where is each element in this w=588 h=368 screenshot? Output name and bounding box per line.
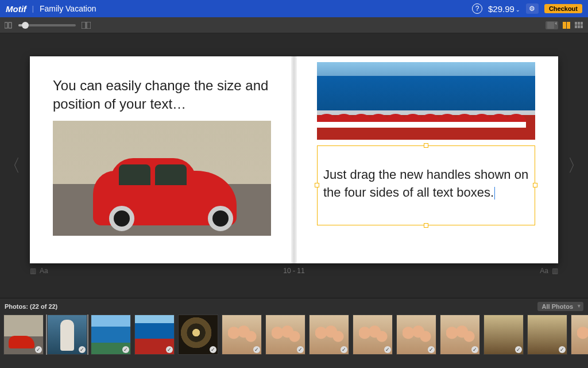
thumbnail[interactable]: ✓ [353, 315, 393, 355]
svg-rect-3 [87, 22, 91, 29]
view-spread-button[interactable] [562, 21, 571, 29]
used-check-icon: ✓ [210, 346, 216, 353]
layout-right-icon[interactable]: ▥ [552, 267, 558, 275]
left-page-photo[interactable] [53, 121, 271, 236]
thumbnail[interactable]: ✓ [440, 315, 480, 355]
thumbnail[interactable]: ✓ [3, 315, 44, 355]
project-title: Family Vacation [40, 4, 96, 13]
resize-handle-right[interactable] [533, 183, 537, 187]
svg-text:+: + [555, 22, 556, 26]
editor-area: 〈 〉 You can easily change the size and p… [0, 33, 588, 298]
thumbnail-row[interactable]: ✓ ✓ ✓ ✓ ✓ ✓ ✓ ✓ ✓ ✓ ✓ ✓ ✓ ✓ [0, 315, 588, 355]
resize-handle-bottom[interactable] [424, 223, 428, 228]
thumbnail[interactable]: ✓ [178, 315, 218, 355]
used-check-icon: ✓ [122, 346, 129, 353]
page-fit-icon [5, 22, 13, 29]
price-label[interactable]: $29.99⌄ [488, 4, 520, 14]
brand-logo: Motif [6, 4, 26, 14]
zoom-slider[interactable] [18, 24, 76, 26]
book-spread: You can easily change the size and posit… [30, 56, 558, 263]
selected-text-box[interactable]: Just drag the new handles shown on the f… [317, 145, 535, 225]
svg-rect-2 [82, 22, 86, 29]
svg-rect-0 [5, 22, 7, 28]
thumbnail[interactable]: ✓ [265, 315, 305, 355]
title-bar: Motif | Family Vacation ? $29.99⌄ ⚙ Chec… [0, 0, 588, 17]
thumbnail[interactable]: ✓ [483, 315, 524, 355]
page-indicator: 10 - 11 [48, 267, 540, 275]
zoom-out-button[interactable] [5, 22, 13, 29]
resize-handle-top[interactable] [424, 143, 428, 148]
page-left[interactable]: You can easily change the size and posit… [30, 56, 294, 263]
used-check-icon: ✓ [79, 346, 86, 353]
thumbnail[interactable]: ✓ [134, 315, 175, 355]
gear-icon: ⚙ [529, 5, 535, 13]
text-box-content[interactable]: Just drag the new handles shown on the f… [323, 167, 528, 200]
spread-icon [82, 22, 91, 29]
help-icon[interactable]: ? [472, 3, 482, 14]
font-right-label[interactable]: Aa [540, 267, 548, 275]
resize-handle-left[interactable] [315, 183, 319, 187]
add-page-button[interactable]: + [546, 21, 558, 29]
thumbnail[interactable]: ✓ [527, 315, 567, 355]
thumbnail[interactable]: ✓ [571, 315, 588, 355]
layout-left-icon[interactable]: ▥ [30, 267, 36, 275]
next-page-button[interactable]: 〉 [567, 154, 585, 178]
zoom-view-button[interactable] [82, 22, 91, 29]
svg-rect-4 [547, 22, 554, 29]
photo-count-label: Photos: (22 of 22) [5, 303, 57, 310]
chevron-down-icon: ⌄ [516, 7, 520, 13]
settings-button[interactable]: ⚙ [526, 3, 539, 14]
used-check-icon: ✓ [297, 346, 304, 353]
thumbnail[interactable]: ✓ [396, 315, 436, 355]
used-check-icon: ✓ [384, 346, 391, 353]
left-page-text[interactable]: You can easily change the size and posit… [53, 76, 271, 114]
font-left-label[interactable]: Aa [40, 267, 48, 275]
used-check-icon: ✓ [428, 346, 435, 353]
grid-icon [575, 22, 583, 28]
used-check-icon: ✓ [471, 346, 478, 353]
page-footer: ▥ Aa 10 - 11 Aa ▥ [30, 267, 558, 275]
thumbnail[interactable]: ✓ [47, 315, 87, 355]
right-page-photo[interactable] [317, 62, 535, 140]
thumbnail[interactable]: ✓ [222, 315, 262, 355]
view-grid-button[interactable] [574, 21, 583, 29]
title-separator: | [32, 5, 34, 13]
used-check-icon: ✓ [166, 346, 173, 353]
used-check-icon: ✓ [253, 346, 260, 353]
used-check-icon: ✓ [515, 346, 522, 353]
svg-rect-1 [9, 22, 11, 28]
used-check-icon: ✓ [35, 346, 42, 353]
prev-page-button[interactable]: 〈 [3, 154, 21, 178]
checkout-button[interactable]: Checkout [544, 4, 582, 13]
add-page-icon: + [547, 22, 556, 29]
photo-strip: Photos: (22 of 22) All Photos ✓ ✓ ✓ ✓ ✓ … [0, 298, 588, 368]
used-check-icon: ✓ [559, 346, 566, 353]
toolbar: + [0, 17, 588, 33]
photo-filter-select[interactable]: All Photos [537, 302, 583, 311]
text-cursor [494, 187, 495, 200]
thumbnail[interactable]: ✓ [91, 315, 131, 355]
used-check-icon: ✓ [341, 346, 347, 353]
page-right[interactable]: Just drag the new handles shown on the f… [294, 56, 558, 263]
thumbnail[interactable]: ✓ [309, 315, 349, 355]
